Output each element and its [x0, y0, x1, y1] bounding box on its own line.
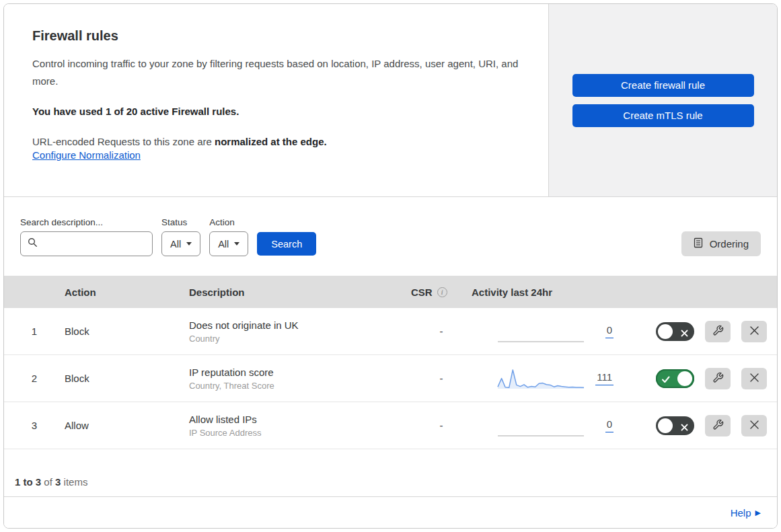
create-mtls-rule-button[interactable]: Create mTLS rule	[572, 104, 754, 127]
wrench-icon	[712, 372, 724, 385]
usage-status: You have used 1 of 20 active Firewall ru…	[32, 106, 521, 117]
action-column-header: Action	[65, 287, 189, 298]
configure-normalization-link[interactable]: Configure Normalization	[32, 149, 141, 161]
search-group: Search description...	[20, 217, 153, 256]
rule-csr-value: -	[411, 373, 472, 384]
rule-activity-cell: 111	[472, 367, 623, 391]
search-icon	[28, 237, 38, 250]
rule-enable-toggle[interactable]	[656, 369, 694, 388]
check-icon	[662, 374, 670, 386]
rule-priority: 2	[4, 373, 65, 384]
toggle-knob	[658, 418, 673, 433]
rule-description-cell: Allow listed IPs IP Source Address	[189, 414, 411, 438]
help-label: Help	[731, 507, 751, 519]
actions-panel: Create firewall rule Create mTLS rule	[548, 4, 777, 196]
rule-action: Block	[65, 326, 189, 337]
activity-sparkline	[497, 319, 585, 344]
activity-count-link[interactable]: 0	[605, 418, 613, 432]
rule-controls	[623, 415, 777, 436]
normalization-text: URL-encoded Requests to this zone are	[32, 136, 215, 147]
rule-enable-toggle[interactable]	[656, 416, 694, 435]
normalization-note: URL-encoded Requests to this zone are no…	[32, 135, 521, 150]
csr-header-label: CSR	[411, 287, 433, 298]
delete-rule-button[interactable]	[741, 368, 767, 389]
rule-csr-value: -	[411, 326, 472, 337]
rule-enable-toggle[interactable]	[656, 322, 694, 341]
rule-fields: Country	[189, 334, 411, 344]
activity-count-link[interactable]: 111	[595, 371, 613, 385]
csr-column-header: CSR i	[411, 287, 472, 298]
activity-sparkline	[497, 367, 585, 391]
items-of: of	[41, 476, 55, 488]
activity-sparkline	[497, 414, 585, 438]
close-icon	[749, 326, 759, 338]
table-row: 3 Allow Allow listed IPs IP Source Addre…	[4, 402, 777, 449]
filter-bar: Search description... Status All Action …	[4, 197, 777, 276]
create-firewall-rule-button[interactable]: Create firewall rule	[572, 74, 754, 97]
rule-action: Allow	[65, 420, 189, 431]
status-selected-value: All	[170, 239, 181, 250]
items-range: 1 to 3	[15, 476, 41, 488]
x-icon	[681, 328, 688, 340]
status-label: Status	[161, 217, 200, 227]
edit-rule-button[interactable]	[705, 415, 731, 436]
search-input-box[interactable]	[20, 231, 153, 256]
activity-count-link[interactable]: 0	[605, 324, 613, 338]
rule-activity-cell: 0	[472, 319, 623, 344]
action-select[interactable]: All	[209, 231, 248, 256]
rule-priority: 1	[4, 326, 65, 337]
arrow-right-icon: ▶	[755, 508, 761, 517]
x-icon	[681, 422, 688, 434]
search-label: Search description...	[20, 217, 153, 227]
page-title: Firewall rules	[32, 28, 521, 44]
items-label: items	[61, 476, 87, 488]
activity-column-header: Activity last 24hr	[472, 287, 623, 298]
rule-description: Does not originate in UK	[189, 319, 411, 331]
action-label: Action	[209, 217, 248, 227]
rule-csr-value: -	[411, 420, 472, 431]
ordering-button[interactable]: Ordering	[681, 231, 761, 256]
normalization-bold-text: normalized at the edge.	[215, 136, 327, 147]
status-select[interactable]: All	[161, 231, 200, 256]
rule-controls	[623, 368, 777, 389]
search-input[interactable]	[43, 239, 145, 250]
table-header: Action Description CSR i Activity last 2…	[4, 276, 777, 308]
wrench-icon	[712, 325, 724, 338]
rule-activity-cell: 0	[472, 414, 623, 438]
rule-priority: 3	[4, 420, 65, 431]
rule-fields: IP Source Address	[189, 428, 411, 438]
items-range-text: 1 to 3 of 3 items	[15, 476, 87, 488]
description-column-header: Description	[189, 287, 411, 298]
toggle-knob	[658, 324, 673, 339]
status-filter-group: Status All	[161, 217, 200, 256]
rule-fields: Country, Threat Score	[189, 381, 411, 391]
toggle-knob	[677, 371, 692, 386]
rule-description: IP reputation score	[189, 367, 411, 378]
ordering-button-label: Ordering	[710, 238, 749, 250]
wrench-icon	[712, 419, 724, 432]
chevron-down-icon	[186, 242, 192, 245]
action-filter-group: Action All	[209, 217, 248, 256]
table-row: 2 Block IP reputation score Country, Thr…	[4, 355, 777, 402]
info-icon[interactable]: i	[437, 287, 447, 297]
summary-section: Firewall rules Control incoming traffic …	[4, 4, 777, 197]
delete-rule-button[interactable]	[741, 415, 767, 436]
table-row: 1 Block Does not originate in UK Country…	[4, 308, 777, 355]
help-link[interactable]: Help ▶	[731, 507, 761, 519]
rule-description: Allow listed IPs	[189, 414, 411, 425]
summary-text-panel: Firewall rules Control incoming traffic …	[4, 4, 548, 196]
chevron-down-icon	[234, 242, 239, 245]
search-button[interactable]: Search	[257, 232, 316, 256]
list-document-icon	[694, 237, 704, 250]
rule-controls	[623, 321, 777, 342]
rule-description-cell: IP reputation score Country, Threat Scor…	[189, 367, 411, 391]
close-icon	[749, 420, 759, 432]
edit-rule-button[interactable]	[705, 368, 731, 389]
delete-rule-button[interactable]	[741, 321, 767, 342]
close-icon	[749, 373, 759, 385]
action-selected-value: All	[218, 239, 229, 250]
help-bar: Help ▶	[4, 497, 777, 528]
edit-rule-button[interactable]	[705, 321, 731, 342]
pagination-summary: 1 to 3 of 3 items	[4, 449, 777, 497]
rule-action: Block	[65, 373, 189, 384]
